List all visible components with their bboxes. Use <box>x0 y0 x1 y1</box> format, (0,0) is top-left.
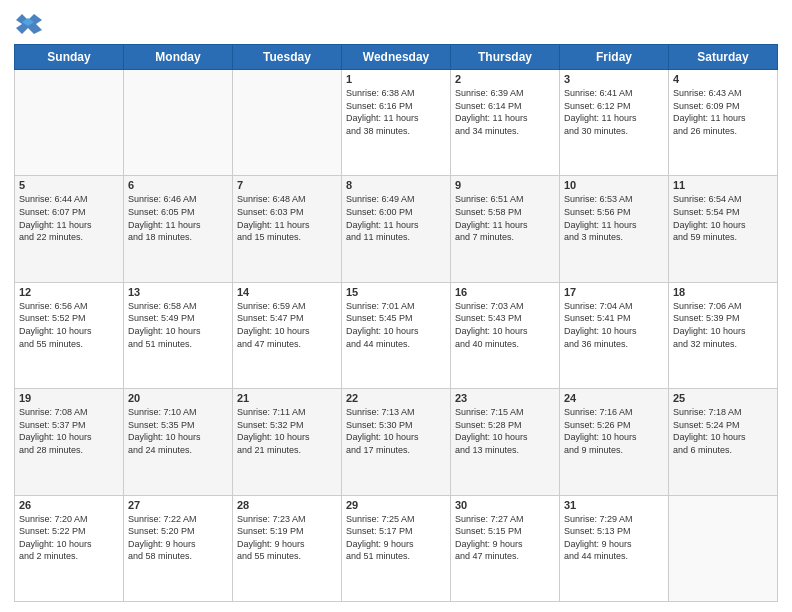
day-number: 5 <box>19 179 119 191</box>
day-info: Sunrise: 7:29 AM <box>564 513 664 526</box>
calendar-cell: 8Sunrise: 6:49 AMSunset: 6:00 PMDaylight… <box>342 176 451 282</box>
day-info: Sunrise: 7:23 AM <box>237 513 337 526</box>
day-info: Daylight: 10 hours <box>455 325 555 338</box>
day-number: 12 <box>19 286 119 298</box>
weekday-header-monday: Monday <box>124 45 233 70</box>
day-info: Sunset: 5:47 PM <box>237 312 337 325</box>
day-number: 20 <box>128 392 228 404</box>
calendar-cell: 15Sunrise: 7:01 AMSunset: 5:45 PMDayligh… <box>342 282 451 388</box>
day-info: Sunset: 5:35 PM <box>128 419 228 432</box>
day-info: and 30 minutes. <box>564 125 664 138</box>
day-info: Sunrise: 6:56 AM <box>19 300 119 313</box>
day-info: Sunrise: 7:03 AM <box>455 300 555 313</box>
day-info: and 38 minutes. <box>346 125 446 138</box>
day-number: 31 <box>564 499 664 511</box>
day-info: Sunrise: 7:16 AM <box>564 406 664 419</box>
day-info: and 44 minutes. <box>346 338 446 351</box>
calendar-cell: 31Sunrise: 7:29 AMSunset: 5:13 PMDayligh… <box>560 495 669 601</box>
calendar-cell: 13Sunrise: 6:58 AMSunset: 5:49 PMDayligh… <box>124 282 233 388</box>
calendar-week-4: 19Sunrise: 7:08 AMSunset: 5:37 PMDayligh… <box>15 389 778 495</box>
day-info: Sunrise: 6:39 AM <box>455 87 555 100</box>
day-info: Sunrise: 7:06 AM <box>673 300 773 313</box>
day-number: 26 <box>19 499 119 511</box>
day-info: Sunrise: 6:46 AM <box>128 193 228 206</box>
calendar-header: SundayMondayTuesdayWednesdayThursdayFrid… <box>15 45 778 70</box>
calendar-table: SundayMondayTuesdayWednesdayThursdayFrid… <box>14 44 778 602</box>
calendar-cell <box>124 70 233 176</box>
day-info: Daylight: 10 hours <box>564 431 664 444</box>
day-info: Sunset: 5:54 PM <box>673 206 773 219</box>
day-info: and 44 minutes. <box>564 550 664 563</box>
day-number: 22 <box>346 392 446 404</box>
day-info: Sunset: 6:05 PM <box>128 206 228 219</box>
day-info: Daylight: 9 hours <box>346 538 446 551</box>
day-number: 7 <box>237 179 337 191</box>
calendar-cell <box>669 495 778 601</box>
weekday-header-wednesday: Wednesday <box>342 45 451 70</box>
calendar-week-2: 5Sunrise: 6:44 AMSunset: 6:07 PMDaylight… <box>15 176 778 282</box>
day-info: and 36 minutes. <box>564 338 664 351</box>
day-info: Sunset: 5:49 PM <box>128 312 228 325</box>
day-info: Sunrise: 7:27 AM <box>455 513 555 526</box>
day-number: 14 <box>237 286 337 298</box>
day-info: Sunset: 6:16 PM <box>346 100 446 113</box>
calendar-cell: 25Sunrise: 7:18 AMSunset: 5:24 PMDayligh… <box>669 389 778 495</box>
day-info: and 47 minutes. <box>237 338 337 351</box>
day-info: Daylight: 11 hours <box>673 112 773 125</box>
calendar-cell: 27Sunrise: 7:22 AMSunset: 5:20 PMDayligh… <box>124 495 233 601</box>
calendar-cell: 26Sunrise: 7:20 AMSunset: 5:22 PMDayligh… <box>15 495 124 601</box>
day-info: Daylight: 11 hours <box>455 219 555 232</box>
day-number: 8 <box>346 179 446 191</box>
day-info: and 3 minutes. <box>564 231 664 244</box>
day-number: 25 <box>673 392 773 404</box>
calendar-cell: 9Sunrise: 6:51 AMSunset: 5:58 PMDaylight… <box>451 176 560 282</box>
day-info: Sunset: 6:12 PM <box>564 100 664 113</box>
day-number: 3 <box>564 73 664 85</box>
calendar-cell: 28Sunrise: 7:23 AMSunset: 5:19 PMDayligh… <box>233 495 342 601</box>
calendar-cell <box>233 70 342 176</box>
weekday-header-row: SundayMondayTuesdayWednesdayThursdayFrid… <box>15 45 778 70</box>
day-number: 21 <box>237 392 337 404</box>
day-number: 9 <box>455 179 555 191</box>
calendar-cell: 17Sunrise: 7:04 AMSunset: 5:41 PMDayligh… <box>560 282 669 388</box>
day-info: Sunrise: 6:53 AM <box>564 193 664 206</box>
day-info: and 2 minutes. <box>19 550 119 563</box>
day-info: and 28 minutes. <box>19 444 119 457</box>
day-info: Sunrise: 6:43 AM <box>673 87 773 100</box>
day-info: Sunset: 5:56 PM <box>564 206 664 219</box>
day-info: Sunrise: 7:10 AM <box>128 406 228 419</box>
day-number: 13 <box>128 286 228 298</box>
day-info: Sunrise: 7:04 AM <box>564 300 664 313</box>
day-info: Sunset: 5:37 PM <box>19 419 119 432</box>
day-info: and 58 minutes. <box>128 550 228 563</box>
calendar-cell: 23Sunrise: 7:15 AMSunset: 5:28 PMDayligh… <box>451 389 560 495</box>
day-info: Sunrise: 6:49 AM <box>346 193 446 206</box>
day-info: Daylight: 10 hours <box>128 431 228 444</box>
day-number: 19 <box>19 392 119 404</box>
calendar-cell: 18Sunrise: 7:06 AMSunset: 5:39 PMDayligh… <box>669 282 778 388</box>
day-info: Sunset: 6:09 PM <box>673 100 773 113</box>
logo-icon <box>14 10 42 38</box>
day-info: Sunset: 5:19 PM <box>237 525 337 538</box>
calendar-cell: 10Sunrise: 6:53 AMSunset: 5:56 PMDayligh… <box>560 176 669 282</box>
day-number: 29 <box>346 499 446 511</box>
calendar-cell: 22Sunrise: 7:13 AMSunset: 5:30 PMDayligh… <box>342 389 451 495</box>
day-number: 23 <box>455 392 555 404</box>
day-number: 28 <box>237 499 337 511</box>
day-info: and 15 minutes. <box>237 231 337 244</box>
day-info: and 11 minutes. <box>346 231 446 244</box>
weekday-header-tuesday: Tuesday <box>233 45 342 70</box>
day-info: Daylight: 11 hours <box>19 219 119 232</box>
day-info: and 9 minutes. <box>564 444 664 457</box>
day-info: Daylight: 9 hours <box>564 538 664 551</box>
day-info: and 59 minutes. <box>673 231 773 244</box>
calendar-cell <box>15 70 124 176</box>
day-info: Sunrise: 6:44 AM <box>19 193 119 206</box>
day-info: Daylight: 11 hours <box>237 219 337 232</box>
calendar-week-1: 1Sunrise: 6:38 AMSunset: 6:16 PMDaylight… <box>15 70 778 176</box>
weekday-header-saturday: Saturday <box>669 45 778 70</box>
day-info: Sunrise: 6:48 AM <box>237 193 337 206</box>
calendar-cell: 20Sunrise: 7:10 AMSunset: 5:35 PMDayligh… <box>124 389 233 495</box>
day-info: Daylight: 10 hours <box>128 325 228 338</box>
calendar-body: 1Sunrise: 6:38 AMSunset: 6:16 PMDaylight… <box>15 70 778 602</box>
